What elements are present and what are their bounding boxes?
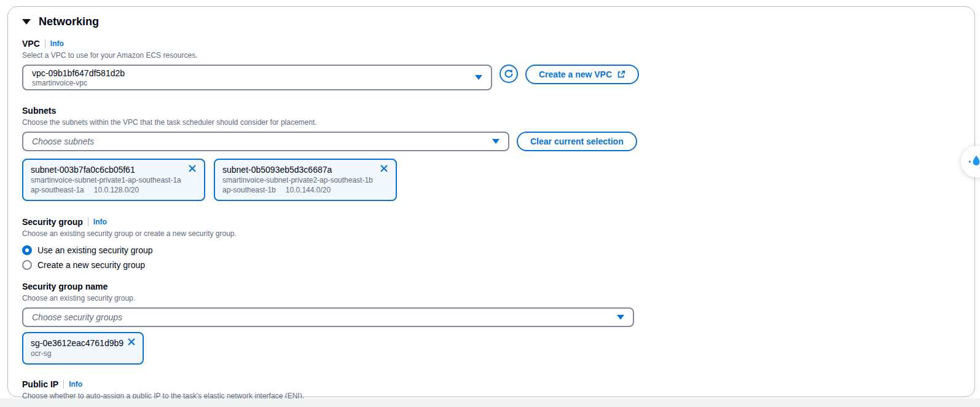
- radio-create-new-security-group[interactable]: Create a new security group: [22, 258, 960, 272]
- security-group-info-link[interactable]: Info: [93, 218, 107, 226]
- remove-security-group-button[interactable]: [123, 338, 136, 348]
- security-group-token: sg-0e3612eac4761d9b9 ocr-sg: [22, 332, 144, 365]
- chevron-down-icon: [617, 315, 624, 320]
- subnet-id: subnet-0b5093eb5d3c6687a: [222, 164, 332, 175]
- refresh-icon: [504, 69, 514, 79]
- security-group-field: Security group Info Choose an existing s…: [22, 216, 960, 272]
- clear-selection-label: Clear current selection: [530, 136, 624, 146]
- vpc-info-link[interactable]: Info: [50, 39, 64, 48]
- subnets-field: Subnets Choose the subnets within the VP…: [22, 105, 960, 201]
- divider: [63, 380, 64, 389]
- divider: [88, 218, 88, 226]
- subnets-select[interactable]: Choose subnets: [22, 132, 509, 151]
- external-link-icon: [617, 70, 625, 79]
- subnets-description: Choose the subnets within the VPC that t…: [22, 117, 960, 127]
- subnet-az: ap-southeast-1b: [222, 185, 276, 195]
- subnet-id: subnet-003b7fa0c6cb05f61: [31, 164, 135, 175]
- security-groups-select[interactable]: Choose security groups: [22, 307, 634, 327]
- networking-section-header[interactable]: Networking: [22, 15, 960, 28]
- vpc-selected-value: vpc-09b1bf647df581d2b: [32, 68, 125, 79]
- security-group-label: Security group: [22, 217, 83, 227]
- vpc-label: VPC: [22, 39, 40, 49]
- security-group-name-description: Choose an existing security group.: [22, 293, 960, 303]
- subnet-az: ap-southeast-1a: [31, 185, 84, 195]
- create-vpc-button[interactable]: Create a new VPC: [525, 65, 639, 84]
- radio-label: Create a new security group: [37, 260, 145, 270]
- radio-use-existing-security-group[interactable]: Use an existing security group: [22, 243, 960, 257]
- radio-button-icon: [22, 245, 32, 255]
- collapse-caret-icon: [22, 19, 31, 25]
- vpc-field: VPC Info Select a VPC to use for your Am…: [22, 38, 960, 90]
- security-groups-placeholder: Choose security groups: [32, 312, 122, 322]
- droplet-icon: [966, 151, 980, 172]
- public-ip-label: Public IP: [22, 379, 58, 389]
- create-vpc-button-label: Create a new VPC: [539, 69, 612, 79]
- security-group-name-field: Security group name Choose an existing s…: [22, 281, 960, 365]
- public-ip-info-link[interactable]: Info: [69, 380, 82, 389]
- security-group-id: sg-0e3612eac4761d9b9: [31, 338, 123, 349]
- subnet-cidr: 10.0.144.0/20: [286, 185, 331, 195]
- vpc-description: Select a VPC to use for your Amazon ECS …: [22, 50, 960, 60]
- subnet-token: subnet-0b5093eb5d3c6687a smartinvoice-su…: [214, 159, 397, 201]
- vpc-select[interactable]: vpc-09b1bf647df581d2b smartinvoice-vpc: [22, 65, 492, 90]
- subnet-name: smartinvoice-subnet-private2-ap-southeas…: [222, 175, 388, 185]
- subnets-label: Subnets: [22, 106, 56, 116]
- chevron-down-icon: [492, 139, 500, 144]
- networking-panel: Networking VPC Info Select a VPC to use …: [7, 6, 975, 397]
- page-background-strip: [0, 398, 980, 407]
- radio-button-icon: [22, 260, 32, 270]
- subnet-cidr: 10.0.128.0/20: [94, 185, 139, 195]
- subnet-token: subnet-003b7fa0c6cb05f61 smartinvoice-su…: [22, 159, 205, 201]
- radio-label: Use an existing security group: [37, 245, 153, 255]
- remove-subnet-button[interactable]: [376, 164, 388, 175]
- security-group-name: ocr-sg: [31, 349, 135, 358]
- security-group-name-label: Security group name: [22, 282, 108, 291]
- subnets-placeholder: Choose subnets: [32, 136, 94, 146]
- divider: [45, 39, 45, 48]
- clear-selection-button[interactable]: Clear current selection: [517, 132, 637, 151]
- refresh-button[interactable]: [500, 65, 518, 83]
- section-title: Networking: [39, 15, 99, 28]
- chevron-down-icon: [475, 75, 482, 80]
- subnet-name: smartinvoice-subnet-private1-ap-southeas…: [31, 175, 197, 185]
- security-group-description: Choose an existing security group or cre…: [22, 229, 960, 239]
- remove-subnet-button[interactable]: [184, 164, 197, 175]
- vpc-selected-subtitle: smartinvoice-vpc: [32, 79, 125, 87]
